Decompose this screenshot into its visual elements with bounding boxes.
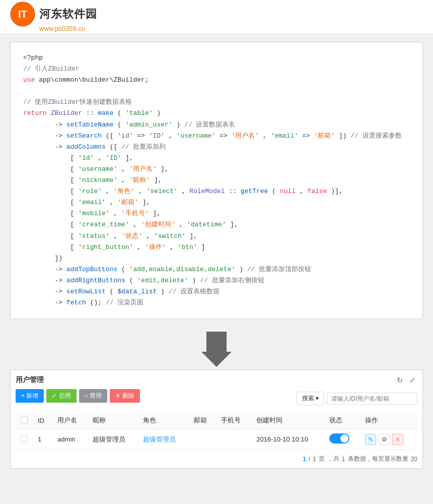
- site-name: 河东软件园: [39, 7, 97, 22]
- row-checkbox-cell: [16, 429, 33, 450]
- table-header-row: ID 用户名 昵称 角色 邮箱 手机号 创建时间 状态 操作: [16, 412, 417, 429]
- code-line-return: return ZBuilder :: make ( 'table' ): [23, 108, 410, 119]
- col-status: 状态: [324, 412, 360, 429]
- site-url: www.pc0359.cn: [39, 25, 85, 32]
- svg-text:IT: IT: [18, 9, 27, 20]
- main-content: <?php // 引入ZBuilder use app\common\build…: [0, 34, 433, 476]
- code-line-blank: [23, 86, 410, 97]
- down-arrow-icon: [201, 332, 232, 367]
- table-body: 1 admin 超级管理员 超级管理员 2016-10-10 10:10 ✎ ⚙: [16, 429, 417, 450]
- page-label: 页: [319, 455, 325, 463]
- table-title: 用户管理: [16, 375, 44, 385]
- edit-icon[interactable]: ✎: [365, 434, 376, 445]
- code-col5: [ 'email' , '邮箱' ],: [23, 197, 410, 208]
- settings-icon[interactable]: ⚙: [379, 434, 390, 445]
- code-col4: [ 'role' , '角色' , 'select' , RoleModel :…: [23, 186, 410, 197]
- code-setRowList: -> setRowList ( $data_list ) // 设置表格数据: [23, 286, 410, 297]
- row-id: 1: [33, 429, 52, 450]
- code-block: <?php // 引入ZBuilder use app\common\build…: [10, 42, 423, 319]
- total-records: 1: [342, 456, 345, 463]
- delete-button[interactable]: ✕ 删除: [110, 389, 139, 403]
- code-col2: [ 'username' , '用户名' ],: [23, 164, 410, 175]
- col-id: ID: [33, 412, 52, 429]
- code-line-setSearch: -> setSearch ([ 'id' => 'ID' , 'username…: [23, 131, 410, 142]
- page-separator: /: [309, 456, 310, 463]
- total-label: ，共: [327, 455, 339, 463]
- code-line-setTableName: -> setTableName ( 'admin_user' ) // 设置数据…: [23, 119, 410, 131]
- status-switch[interactable]: [329, 433, 349, 444]
- pagination: 1 / 1 页 ，共 1 条数据，每页显示数量 20: [16, 455, 417, 463]
- code-col3: [ 'nickname' , '昵称' ],: [23, 175, 410, 186]
- code-col6: [ 'mobile' , '手机号' ],: [23, 208, 410, 219]
- row-actions: ✎ ⚙ ✕: [360, 429, 417, 450]
- disable-button[interactable]: ○ 禁用: [79, 389, 108, 403]
- enable-button[interactable]: ✓ 启用: [46, 389, 76, 403]
- top-bar: + 新增 ✓ 启用 ○ 禁用 ✕ 删除 搜索 ▾: [16, 389, 417, 408]
- table-head: ID 用户名 昵称 角色 邮箱 手机号 创建时间 状态 操作: [16, 412, 417, 429]
- table-icons: ↻ ⤢: [395, 375, 417, 385]
- code-close: ]): [23, 253, 410, 264]
- col-username: 用户名: [52, 412, 88, 429]
- page-current: 1: [303, 456, 306, 463]
- role-link[interactable]: 超级管理员: [143, 435, 176, 443]
- col-mobile: 手机号: [216, 412, 251, 429]
- col-create-time: 创建时间: [251, 412, 324, 429]
- title-bar: 用户管理 ↻ ⤢: [16, 375, 417, 385]
- row-email: [189, 429, 216, 450]
- row-role: 超级管理员: [138, 429, 189, 450]
- table-section: 用户管理 ↻ ⤢ + 新增 ✓ 启用 ○ 禁用 ✕ 删除 搜索 ▾: [10, 369, 423, 469]
- col-checkbox: [16, 412, 33, 429]
- code-line-comment2: // 使用ZBuilder快速创建数据表格: [23, 97, 410, 108]
- code-col1: [ 'id' , 'ID' ],: [23, 153, 410, 164]
- code-line-1: <?php: [23, 52, 410, 64]
- page-total: 1: [313, 456, 316, 463]
- delete-row-icon[interactable]: ✕: [392, 434, 403, 445]
- col-actions: 操作: [360, 412, 417, 429]
- action-buttons: + 新增 ✓ 启用 ○ 禁用 ✕ 删除: [16, 389, 140, 403]
- col-role: 角色: [138, 412, 189, 429]
- header: IT 河东软件园 www.pc0359.cn: [0, 0, 433, 34]
- row-username: admin: [52, 429, 88, 450]
- row-create-time: 2016-10-10 10:10: [251, 429, 324, 450]
- code-col7: [ 'create_time' , '创建时间' , 'datetime' ],: [23, 219, 410, 230]
- arrow-container: [10, 329, 423, 369]
- per-page: 20: [411, 456, 417, 463]
- refresh-icon[interactable]: ↻: [395, 375, 405, 385]
- code-line-addColumns: -> addColumns ([ // 批量添加列: [23, 142, 410, 153]
- row-nickname: 超级管理员: [88, 429, 138, 450]
- code-line-3: use app\common\builder\ZBuilder;: [23, 75, 410, 86]
- logo-container: IT 河东软件园 www.pc0359.cn: [10, 2, 97, 32]
- data-table: ID 用户名 昵称 角色 邮箱 手机号 创建时间 状态 操作 1 admin 超…: [16, 412, 417, 450]
- svg-marker-2: [201, 332, 232, 367]
- col-nickname: 昵称: [88, 412, 138, 429]
- row-checkbox[interactable]: [21, 435, 28, 442]
- records-label: 条数据，每页显示数量: [348, 455, 408, 463]
- code-col8: [ 'status' , '状态' , 'switch' ],: [23, 231, 410, 242]
- search-area: 搜索 ▾: [297, 392, 417, 405]
- expand-icon[interactable]: ⤢: [407, 375, 417, 385]
- logo-top: IT 河东软件园: [10, 2, 97, 27]
- table-row: 1 admin 超级管理员 超级管理员 2016-10-10 10:10 ✎ ⚙: [16, 429, 417, 450]
- code-line-2: // 引入ZBuilder: [23, 64, 410, 75]
- row-status: [324, 429, 360, 450]
- row-mobile: [216, 429, 251, 450]
- code-fetch: -> fetch (); // 渲染页面: [23, 297, 410, 308]
- header-checkbox[interactable]: [21, 416, 28, 423]
- col-email: 邮箱: [189, 412, 216, 429]
- code-col9: [ 'right_button' , '操作' , 'btn' ]: [23, 242, 410, 253]
- code-addTopButtons: -> addTopButtons ( 'add,enable,disable,d…: [23, 264, 410, 275]
- code-addRightButtons: -> addRightButtons ( 'edit,delete' ) // …: [23, 275, 410, 286]
- action-icons: ✎ ⚙ ✕: [365, 434, 412, 445]
- logo-icon: IT: [10, 2, 35, 27]
- new-button[interactable]: + 新增: [16, 389, 44, 403]
- search-button[interactable]: 搜索 ▾: [297, 392, 324, 405]
- search-input[interactable]: [327, 393, 417, 405]
